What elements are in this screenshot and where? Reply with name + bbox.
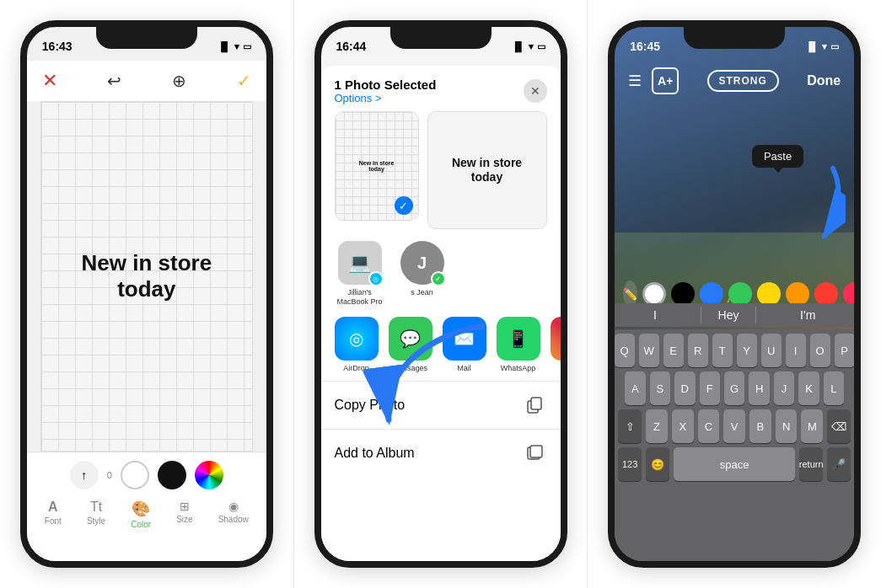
key-n[interactable]: N	[776, 409, 798, 443]
phone3-status-icons: ▐▌ ▾ ▭	[806, 41, 840, 52]
paste-bubble[interactable]: Paste	[752, 145, 803, 168]
airdrop-icon: ◎	[335, 317, 379, 361]
key-w[interactable]: W	[639, 334, 659, 367]
font-size-button[interactable]: A+	[652, 67, 679, 94]
key-k[interactable]: K	[798, 372, 819, 405]
layers-icon[interactable]: ⊕	[172, 71, 186, 91]
color-orange-dot[interactable]	[786, 282, 809, 306]
tab-style[interactable]: Tt Style	[87, 500, 105, 529]
style-icon: Tt	[90, 500, 102, 515]
key-y[interactable]: Y	[737, 334, 757, 367]
color-red-dot[interactable]	[814, 282, 838, 306]
key-t[interactable]: T	[712, 334, 733, 367]
svg-rect-1	[531, 398, 541, 409]
key-l[interactable]: L	[824, 372, 844, 405]
selected-checkmark: ✓	[395, 196, 413, 215]
color-black-dot[interactable]	[671, 282, 695, 306]
copy-photo-item[interactable]: Copy Photo	[321, 381, 561, 429]
app-airdrop[interactable]: ◎ AirDrop	[335, 317, 379, 372]
key-p[interactable]: P	[835, 334, 855, 367]
key-u[interactable]: U	[761, 334, 782, 367]
tab-size[interactable]: ⊞ Size	[176, 500, 192, 529]
color-pink-dot[interactable]	[843, 282, 861, 306]
whatsapp-label: WhatsApp	[501, 364, 536, 372]
phone1-status-icons: ▐▌ ▾ ▭	[218, 41, 251, 52]
phone2-notch	[390, 27, 492, 49]
phone2-status-icons: ▐▌ ▾ ▭	[512, 41, 545, 52]
key-i[interactable]: I	[786, 334, 806, 367]
color-yellow-dot[interactable]	[757, 282, 781, 306]
tab-font[interactable]: A Font	[45, 500, 62, 529]
app-mail[interactable]: ✉️ Mail	[443, 317, 486, 372]
key-j[interactable]: J	[774, 372, 794, 405]
key-emoji[interactable]: 😊	[646, 447, 669, 481]
key-m[interactable]: M	[801, 409, 823, 443]
done-button[interactable]: Done	[807, 73, 841, 88]
wifi-icon: ▾	[529, 41, 534, 52]
key-return[interactable]: return	[799, 447, 823, 481]
key-shift[interactable]: ⇧	[618, 409, 642, 443]
copy-icon	[524, 393, 547, 417]
key-delete[interactable]: ⌫	[827, 409, 851, 443]
key-a[interactable]: A	[625, 372, 645, 405]
close-sheet-button[interactable]: ✕	[524, 79, 547, 103]
top-left-controls: ☰ A+	[628, 67, 679, 94]
close-icon[interactable]: ✕	[42, 70, 57, 92]
key-x[interactable]: X	[672, 409, 694, 443]
contact-jean-name: s Jean	[411, 288, 433, 297]
key-c[interactable]: C	[698, 409, 720, 443]
key-r[interactable]: R	[688, 334, 708, 367]
key-q[interactable]: Q	[615, 334, 635, 367]
color-blue-dot[interactable]	[700, 282, 723, 306]
phone3: 16:45 ▐▌ ▾ ▭ 🏄 ☰ A+ STRONG Done Paste	[608, 20, 861, 568]
app-instagram[interactable]: 📷 Ins...	[551, 317, 561, 372]
key-z[interactable]: Z	[646, 409, 668, 443]
battery-icon: ▭	[830, 41, 839, 52]
key-v[interactable]: V	[723, 409, 745, 443]
contact-jean[interactable]: J ✓ s Jean	[397, 241, 448, 307]
tab-color[interactable]: 🎨 Color	[131, 500, 151, 529]
photo-preview-row: New in store today ✓ New in storetoday	[321, 111, 561, 238]
key-e[interactable]: E	[663, 334, 684, 367]
tab-shadow[interactable]: ◉ Shadow	[218, 500, 249, 529]
key-f[interactable]: F	[700, 372, 720, 405]
suggestion-hey[interactable]: Hey	[701, 307, 757, 323]
color-white-swatch[interactable]	[121, 461, 149, 489]
phone1-bottom-bar: ↑ 0 A Font Tt Style 🎨 Color	[27, 452, 266, 561]
mail-label: Mail	[457, 364, 471, 372]
color-green-dot[interactable]	[728, 282, 752, 306]
key-b[interactable]: B	[749, 409, 771, 443]
key-g[interactable]: G	[724, 372, 744, 405]
app-messages[interactable]: 💬 Messages	[389, 317, 432, 372]
hamburger-icon[interactable]: ☰	[628, 72, 642, 90]
contact-macbook[interactable]: 💻 ◎ Jillian'sMacBook Pro	[335, 241, 385, 307]
options-link[interactable]: Options >	[335, 92, 437, 104]
key-space[interactable]: space	[674, 447, 795, 481]
key-s[interactable]: S	[650, 372, 670, 405]
key-123[interactable]: 123	[618, 447, 642, 481]
color-picker-swatch[interactable]	[195, 461, 223, 489]
checkmark-icon[interactable]: ✓	[237, 71, 251, 91]
key-h[interactable]: H	[749, 372, 769, 405]
phone1-tabs: A Font Tt Style 🎨 Color ⊞ Size ◉ Shad	[27, 496, 266, 537]
key-o[interactable]: O	[810, 334, 830, 367]
color-black-swatch[interactable]	[158, 461, 186, 489]
share-header-info: 1 Photo Selected Options >	[335, 78, 437, 104]
keyboard: Q W E R T Y U I O P A S D F G H J K	[615, 329, 854, 561]
undo-button[interactable]: ↑	[70, 461, 99, 489]
undo-icon[interactable]: ↩	[107, 71, 121, 91]
color-white-dot[interactable]	[642, 282, 666, 306]
add-to-album-item[interactable]: Add to Album	[321, 429, 561, 477]
app-whatsapp[interactable]: 📱 WhatsApp	[497, 317, 540, 372]
airdrop-badge: ◎	[368, 271, 384, 286]
strong-button[interactable]: STRONG	[707, 70, 779, 92]
suggestion-i[interactable]: I	[647, 307, 663, 323]
suggestion-im[interactable]: I'm	[793, 307, 822, 323]
key-mic[interactable]: 🎤	[827, 447, 851, 481]
tab-color-label: Color	[131, 520, 151, 529]
airdrop-contacts-row: 💻 ◎ Jillian'sMacBook Pro J ✓ s Jean	[321, 238, 561, 313]
battery-icon: ▭	[537, 41, 545, 52]
color-icon: 🎨	[132, 500, 150, 518]
messages-label: Messages	[393, 364, 427, 372]
key-d[interactable]: D	[674, 372, 695, 405]
